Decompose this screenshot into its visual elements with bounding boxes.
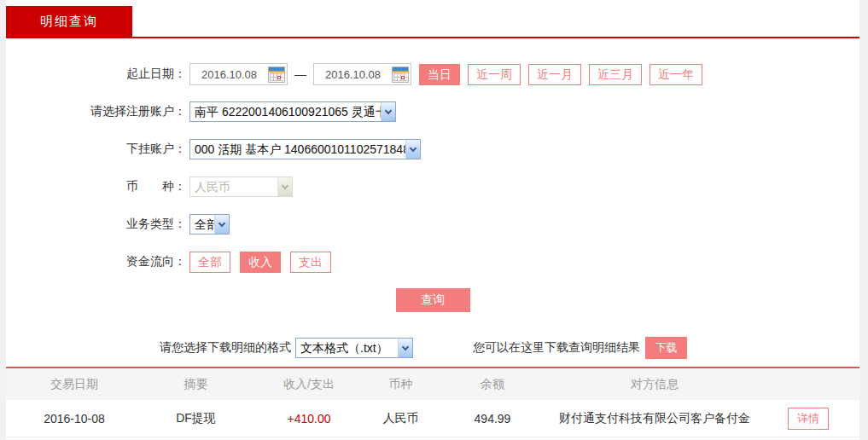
currency-row: 币 种： 人民币 bbox=[6, 176, 859, 198]
chevron-down-icon[interactable] bbox=[398, 339, 412, 357]
download-row: 请您选择下载明细的格式 文本格式（.txt） 您可以在这里下载查询明细结果 下载 bbox=[6, 337, 859, 359]
calendar-icon[interactable] bbox=[392, 67, 409, 83]
currency-value: 人民币 bbox=[190, 179, 277, 195]
chevron-down-icon[interactable] bbox=[405, 140, 420, 159]
sub-account-select[interactable]: 000 活期 基本户 1406600101102571848 bbox=[189, 139, 421, 159]
registered-account-select[interactable]: 南平 6222001406100921065 灵通卡 bbox=[189, 101, 396, 122]
sub-account-label: 下挂账户： bbox=[6, 142, 186, 157]
start-date-value[interactable]: 2016.10.08 bbox=[190, 68, 268, 81]
business-type-row: 业务类型： 全部 bbox=[6, 213, 859, 235]
calendar-icon-grid bbox=[393, 73, 407, 81]
quick-range-year-button[interactable]: 近一年 bbox=[650, 64, 702, 85]
cell-summary: DF提现 bbox=[143, 411, 249, 426]
business-type-label: 业务类型： bbox=[6, 217, 186, 232]
sub-account-row: 下挂账户： 000 活期 基本户 1406600101102571848 bbox=[6, 138, 859, 160]
table-header-row: 交易日期 摘要 收入/支出 币种 余额 对方信息 bbox=[6, 368, 859, 400]
start-date-input[interactable]: 2016.10.08 bbox=[189, 63, 288, 85]
quick-range-today-button[interactable]: 当日 bbox=[419, 64, 460, 85]
quick-range-3months-button[interactable]: 近三月 bbox=[589, 64, 642, 85]
fund-flow-all-button[interactable]: 全部 bbox=[189, 252, 230, 273]
currency-label: 币 种： bbox=[6, 179, 186, 194]
tab-bar: 明细查询 bbox=[6, 0, 859, 38]
download-format-select[interactable]: 文本格式（.txt） bbox=[295, 338, 413, 358]
sub-account-value: 000 活期 基本户 1406600101102571848 bbox=[190, 142, 405, 158]
cell-currency: 人民币 bbox=[369, 411, 433, 426]
table-row: 2016-10-08 DF提现 +410.00 人民币 494.99 财付通支付… bbox=[6, 400, 859, 437]
header-summary: 摘要 bbox=[143, 377, 249, 392]
header-balance: 余额 bbox=[433, 377, 552, 392]
download-hint: 您可以在这里下载查询明细结果 bbox=[473, 340, 640, 356]
fund-flow-expense-button[interactable]: 支出 bbox=[290, 252, 331, 273]
query-button[interactable]: 查询 bbox=[396, 288, 470, 312]
cell-transaction-date: 2016-10-08 bbox=[6, 412, 143, 426]
quick-range-month-button[interactable]: 近一月 bbox=[528, 64, 581, 85]
download-format-label: 请您选择下载明细的格式 bbox=[160, 340, 291, 356]
fund-flow-row: 资金流向： 全部 收入 支出 bbox=[6, 251, 859, 273]
registered-account-row: 请选择注册账户： 南平 6222001406100921065 灵通卡 bbox=[6, 101, 859, 123]
header-transaction-date: 交易日期 bbox=[6, 377, 143, 392]
tab-detail-query[interactable]: 明细查询 bbox=[6, 6, 132, 37]
header-income-expense: 收入/支出 bbox=[249, 377, 369, 392]
end-date-value[interactable]: 2016.10.08 bbox=[314, 68, 392, 81]
business-type-select[interactable]: 全部 bbox=[189, 214, 230, 234]
chevron-down-icon[interactable] bbox=[381, 102, 395, 121]
calendar-icon-day-marker bbox=[401, 76, 405, 79]
business-type-value: 全部 bbox=[190, 217, 214, 233]
calendar-icon-bar bbox=[269, 71, 284, 72]
registered-account-value: 南平 6222001406100921065 灵通卡 bbox=[190, 104, 381, 120]
quick-range-week-button[interactable]: 近一周 bbox=[468, 64, 521, 85]
main-panel: 明细查询 起止日期： 2016.10.08 — 2016.10.08 bbox=[6, 0, 859, 440]
calendar-icon-day-marker bbox=[277, 76, 281, 79]
header-counterparty: 对方信息 bbox=[552, 377, 757, 392]
end-date-input[interactable]: 2016.10.08 bbox=[313, 63, 411, 85]
currency-select: 人民币 bbox=[189, 177, 293, 197]
header-currency: 币种 bbox=[369, 377, 433, 392]
query-form: 起止日期： 2016.10.08 — 2016.10.08 bbox=[6, 38, 859, 312]
chevron-down-icon bbox=[277, 177, 292, 196]
calendar-icon-bar bbox=[393, 71, 408, 72]
download-button[interactable]: 下载 bbox=[645, 337, 687, 359]
date-range-label: 起止日期： bbox=[6, 67, 186, 82]
cell-amount: +410.00 bbox=[249, 412, 369, 426]
registered-account-label: 请选择注册账户： bbox=[6, 104, 186, 119]
date-range-separator: — bbox=[294, 67, 306, 81]
fund-flow-income-button[interactable]: 收入 bbox=[240, 252, 281, 273]
query-button-row: 查询 bbox=[6, 288, 859, 312]
cell-balance: 494.99 bbox=[433, 412, 552, 426]
cell-action: 详情 bbox=[757, 408, 859, 430]
detail-button[interactable]: 详情 bbox=[788, 408, 829, 430]
download-format-value: 文本格式（.txt） bbox=[296, 340, 398, 356]
calendar-icon[interactable] bbox=[268, 67, 285, 83]
chevron-down-icon[interactable] bbox=[214, 215, 229, 234]
calendar-icon-grid bbox=[270, 73, 283, 81]
date-range-row: 起止日期： 2016.10.08 — 2016.10.08 bbox=[6, 63, 859, 85]
fund-flow-label: 资金流向： bbox=[6, 254, 186, 269]
cell-counterparty: 财付通支付科技有限公司客户备付金 bbox=[552, 411, 757, 426]
